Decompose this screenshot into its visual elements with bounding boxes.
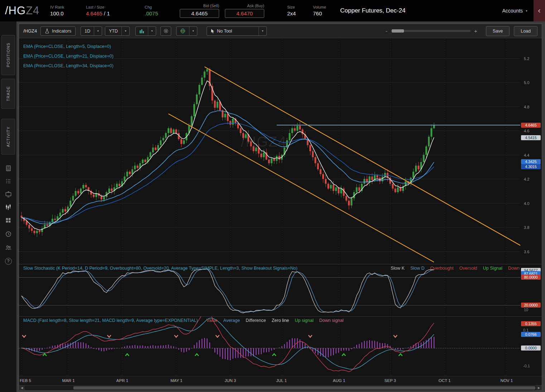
drawing-tool-dropdown[interactable]: No Tool ▼	[207, 26, 267, 36]
cursor-icon	[211, 29, 214, 34]
scroll-right-button[interactable]: ▶	[536, 386, 542, 390]
gear-icon	[163, 28, 169, 34]
indicators-button[interactable]: Indicators	[40, 26, 76, 36]
chevron-down-icon: ▼	[189, 27, 197, 35]
chart-scrollbar[interactable]: ◀ ▶	[19, 385, 542, 390]
size-field: Size 2x4	[287, 5, 307, 16]
macd-canvas[interactable]	[19, 317, 542, 375]
people-icon[interactable]	[3, 242, 13, 253]
volume-field: Volume 760	[313, 5, 334, 16]
last-size-field: Last / Size 4.6465 / 1	[86, 5, 140, 16]
size-label: Size	[287, 5, 307, 9]
ask-value: 4.6470	[236, 10, 253, 16]
tab-label: POSITIONS	[6, 43, 10, 68]
accounts-dropdown[interactable]: Accounts ▼	[502, 8, 528, 14]
range-value: YTD	[105, 29, 121, 34]
time-axis: FEB 5MAR 1APR 1MAY 1JUN 3JUL 1AUG 1SEP 3…	[19, 376, 542, 385]
legend-item: Oversold	[459, 266, 477, 271]
apps-grid-icon[interactable]	[3, 215, 13, 225]
legend-item: Value	[207, 318, 218, 323]
accounts-label: Accounts	[502, 8, 523, 14]
chg-label: Chg	[145, 5, 170, 9]
sidebar-tab-trade[interactable]: TRADE	[1, 79, 15, 109]
load-button[interactable]: Load	[514, 26, 537, 36]
iv-rank-field: IV Rank 100.0	[50, 5, 83, 16]
save-button[interactable]: Save	[486, 26, 510, 36]
history-clock-icon[interactable]	[3, 229, 13, 239]
range-dropdown[interactable]: YTD ▼	[105, 26, 130, 36]
x-axis-label: MAR 1	[62, 378, 75, 383]
stochastic-canvas[interactable]	[19, 264, 542, 316]
watchlist-icon[interactable]	[3, 176, 13, 186]
stochastic-header: Slow Stochastic (K Period=14, D Period=9…	[23, 266, 520, 271]
bid-button[interactable]: 4.6465	[180, 9, 219, 18]
help-icon[interactable]: ?	[3, 256, 13, 266]
zoom-in-button[interactable]: +	[474, 28, 477, 34]
symbol-text: /HG	[5, 4, 26, 17]
help-glyph: ?	[5, 258, 12, 265]
macd-title: MACD (Fast length=8, Slow length=21, MAC…	[23, 318, 198, 323]
left-sidebar: POSITIONS TRADE ACTIVITY ?	[0, 21, 16, 392]
legend-item: Slow D	[410, 266, 425, 271]
indicators-label: Indicators	[52, 29, 71, 34]
collapse-panel-button[interactable]: ‹	[534, 0, 545, 21]
timeframe-value: 1D	[81, 29, 94, 34]
sidebar-tab-activity[interactable]: ACTIVITY	[1, 119, 15, 155]
charts-icon-active[interactable]	[3, 202, 13, 212]
legend-item: Up Signal	[483, 266, 502, 271]
x-axis-label: APR 1	[116, 378, 128, 383]
legend-item: Down	[508, 266, 520, 271]
globe-icon	[180, 28, 185, 34]
zoom-out-button[interactable]: -	[386, 28, 387, 34]
chg-field: Chg .0075	[145, 5, 170, 16]
ema34-label: EMA (Price=CLOSE, Length=34, Displace=0)	[23, 61, 114, 71]
symbol-suffix-text: Z4	[26, 4, 39, 17]
size-value: 2x4	[287, 10, 307, 16]
zoom-control: - +	[386, 28, 477, 34]
legend-item: Difference	[246, 318, 266, 323]
tool-value: No Tool	[217, 29, 232, 34]
macd-header: MACD (Fast length=8, Slow length=21, MAC…	[23, 318, 520, 323]
globe-link-dropdown[interactable]: ▼	[176, 26, 197, 36]
chart-toolbar: /HGZ4 Indicators 1D ▼ YTD ▼ ▼ ▼	[19, 24, 542, 38]
bid-field: Bid (Sell) 4.6465	[180, 4, 219, 18]
iv-rank-label: IV Rank	[50, 5, 83, 9]
bar-chart-icon	[139, 29, 144, 33]
last-size-value: 4.6465 / 1	[86, 10, 140, 16]
zoom-slider[interactable]	[391, 30, 471, 32]
legend-item: Slow K	[391, 266, 405, 271]
chevron-down-icon: ▼	[121, 27, 129, 35]
bid-value: 4.6465	[191, 10, 208, 16]
iv-rank-value: 100.0	[50, 10, 83, 16]
sidebar-tab-positions[interactable]: POSITIONS	[1, 35, 15, 75]
stochastic-title: Slow Stochastic (K Period=14, D Period=9…	[23, 266, 298, 271]
macd-legend: ValueAverageDifferenceZero lineUp signal…	[207, 318, 344, 323]
tv-icon[interactable]	[3, 189, 13, 199]
chevron-down-icon: ▼	[259, 27, 266, 35]
scrollbar-thumb[interactable]	[73, 386, 535, 389]
x-axis-label: FEB 5	[20, 378, 31, 383]
ask-label: Ask (Buy)	[247, 4, 264, 8]
chart-settings-button[interactable]	[160, 26, 171, 36]
zoom-slider-thumb[interactable]	[392, 29, 404, 33]
chart-style-dropdown[interactable]: ▼	[135, 26, 156, 36]
last-size-label: Last / Size	[86, 5, 140, 9]
scroll-left-button[interactable]: ◀	[19, 386, 25, 390]
x-axis-label: NOV 1	[501, 378, 513, 383]
tab-label: TRADE	[6, 86, 10, 101]
calculator-icon[interactable]	[3, 163, 13, 173]
stochastic-legend: Slow KSlow DOverboughtOversoldUp SignalD…	[391, 266, 520, 271]
last-price: 4.6465	[86, 10, 102, 16]
volume-value: 760	[313, 10, 334, 16]
legend-item: Overbought	[430, 266, 453, 271]
legend-item: Average	[223, 318, 240, 323]
legend-item: Down signal	[319, 318, 343, 323]
price-chart-canvas[interactable]	[19, 39, 542, 264]
x-axis-label: JUL 1	[276, 378, 287, 383]
ask-button[interactable]: 4.6470	[225, 9, 264, 18]
x-axis-label: JUN 3	[225, 378, 236, 383]
timeframe-dropdown[interactable]: 1D ▼	[81, 26, 102, 36]
chevron-down-icon: ▼	[525, 10, 528, 12]
flask-icon	[45, 29, 49, 34]
contract-description: Copper Futures, Dec-24	[340, 7, 405, 14]
